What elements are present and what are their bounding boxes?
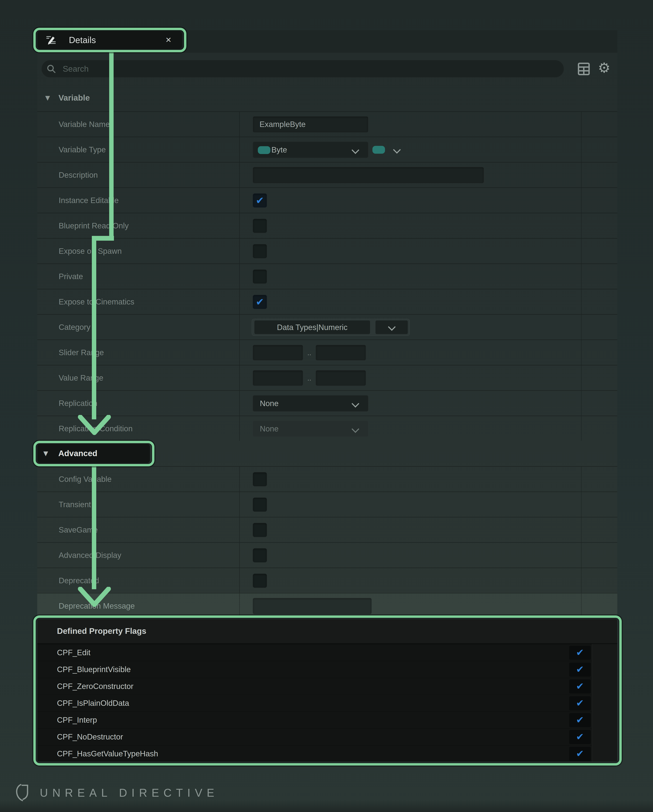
replication-condition-value: None [260, 421, 279, 437]
savegame-checkbox[interactable] [253, 523, 267, 537]
unreal-directive-logo-icon [15, 783, 33, 803]
annotation-arrow-line-3 [92, 466, 96, 589]
row-replication: Replication None [37, 390, 617, 416]
caret-down-icon: ▼ [45, 84, 50, 111]
container-type-dropdown[interactable] [372, 142, 401, 158]
row-slider-range: Slider Range .. [37, 340, 617, 365]
private-checkbox[interactable] [253, 269, 267, 284]
property-label: Expose to Cinematics [59, 289, 134, 314]
section-title: Variable [58, 84, 90, 111]
category-field[interactable]: Data Types|Numeric [254, 321, 370, 334]
property-label: Slider Range [59, 340, 104, 365]
caret-down-icon: ▼ [43, 444, 48, 463]
deprecated-checkbox[interactable] [253, 574, 267, 588]
chevron-down-icon [393, 146, 400, 154]
annotation-arrow-line-1 [109, 50, 114, 240]
config-variable-checkbox[interactable] [253, 472, 267, 487]
row-replication-condition: Replication Condition None [37, 416, 617, 441]
section-title: Advanced [58, 444, 97, 463]
row-deprecated: Deprecated [37, 568, 617, 593]
chevron-down-icon [352, 400, 359, 408]
slider-range-min-input[interactable] [253, 345, 303, 360]
blueprint-read-only-checkbox[interactable] [253, 219, 267, 233]
check-icon: ✔ [253, 194, 266, 207]
screenshot-canvas: Details ✕ ⚙ ▼ Variable Variable Name Exa… [0, 0, 653, 812]
row-category: Category Data Types|Numeric [37, 314, 617, 340]
chevron-down-icon [352, 146, 359, 154]
property-label: Value Range [59, 365, 104, 390]
transient-checkbox[interactable] [253, 498, 267, 512]
annotation-arrowhead-1 [78, 415, 111, 435]
property-label: Blueprint Read Only [59, 213, 129, 238]
value-range-max-input[interactable] [316, 370, 366, 386]
category-combo[interactable]: Data Types|Numeric [252, 319, 410, 336]
instance-editable-checkbox[interactable]: ✔ [253, 193, 267, 208]
row-expose-on-spawn: Expose on Spawn [37, 238, 617, 264]
replication-select[interactable]: None [253, 395, 368, 412]
row-advanced-display: Advanced Display [37, 542, 617, 568]
bottom-vignette [0, 800, 653, 812]
range-separator: .. [303, 365, 316, 391]
search-input[interactable] [41, 60, 564, 78]
settings-button[interactable]: ⚙ [598, 61, 610, 75]
replication-value: None [260, 395, 279, 411]
row-private: Private [37, 264, 617, 289]
display-filter-button[interactable] [577, 62, 590, 76]
property-label: Replication [59, 391, 97, 416]
search-icon [46, 64, 56, 74]
chevron-down-icon [388, 323, 396, 331]
row-config-variable: Config Variable [37, 466, 617, 491]
container-type-pill-icon [372, 146, 385, 154]
gear-icon: ⚙ [598, 60, 610, 76]
replication-condition-select: None [253, 421, 368, 437]
property-label: Private [59, 264, 83, 289]
row-deprecation-message: Deprecation Message [37, 593, 617, 618]
category-value: Data Types|Numeric [254, 321, 370, 334]
property-label: Variable Name [59, 112, 110, 137]
search-bar [41, 60, 564, 78]
grid-view-icon [577, 62, 590, 76]
expose-to-cinematics-checkbox[interactable]: ✔ [253, 295, 267, 309]
type-pill-icon [258, 146, 270, 154]
property-label: Advanced Display [59, 543, 121, 568]
section-header-advanced[interactable]: ▼ Advanced [37, 444, 150, 463]
row-expose-to-cinematics: Expose to Cinematics ✔ [37, 289, 617, 314]
row-transient: Transient [37, 491, 617, 517]
value-range-min-input[interactable] [253, 370, 303, 386]
annotation-arrowhead-2 [78, 587, 111, 607]
property-label: Expose on Spawn [59, 239, 122, 264]
row-savegame: SaveGame [37, 517, 617, 542]
check-icon: ✔ [253, 295, 266, 309]
property-label: Variable Type [59, 137, 106, 162]
chevron-down-icon [352, 425, 359, 433]
variable-type-value: Byte [271, 142, 287, 157]
annotation-highlight-flags-panel [33, 615, 622, 766]
variable-name-input[interactable]: ExampleByte [253, 116, 368, 133]
row-description: Description [37, 162, 617, 188]
section-header-variable[interactable]: ▼ Variable [37, 84, 617, 111]
category-dropdown-button[interactable] [376, 321, 408, 334]
description-input[interactable] [253, 167, 484, 183]
brand-text: UNREAL DIRECTIVE [40, 783, 219, 803]
expose-on-spawn-checkbox[interactable] [253, 244, 267, 258]
deprecation-message-input[interactable] [253, 598, 372, 614]
row-variable-type: Variable Type Byte [37, 137, 617, 162]
property-label: Config Variable [59, 467, 111, 491]
annotation-arrow-line-2 [92, 236, 96, 419]
property-label: Category [59, 315, 90, 340]
row-variable-name: Variable Name ExampleByte [37, 111, 617, 137]
variable-name-value: ExampleByte [253, 117, 368, 132]
row-instance-editable: Instance Editable ✔ [37, 188, 617, 213]
annotation-highlight-details-tab [33, 28, 186, 52]
slider-range-max-input[interactable] [316, 345, 366, 360]
row-value-range: Value Range .. [37, 365, 617, 390]
range-separator: .. [303, 340, 316, 365]
variable-type-dropdown[interactable]: Byte [253, 142, 368, 158]
property-label: Description [59, 163, 98, 188]
property-label: Transient [59, 492, 91, 517]
advanced-display-checkbox[interactable] [253, 548, 267, 563]
row-blueprint-read-only: Blueprint Read Only [37, 213, 617, 238]
